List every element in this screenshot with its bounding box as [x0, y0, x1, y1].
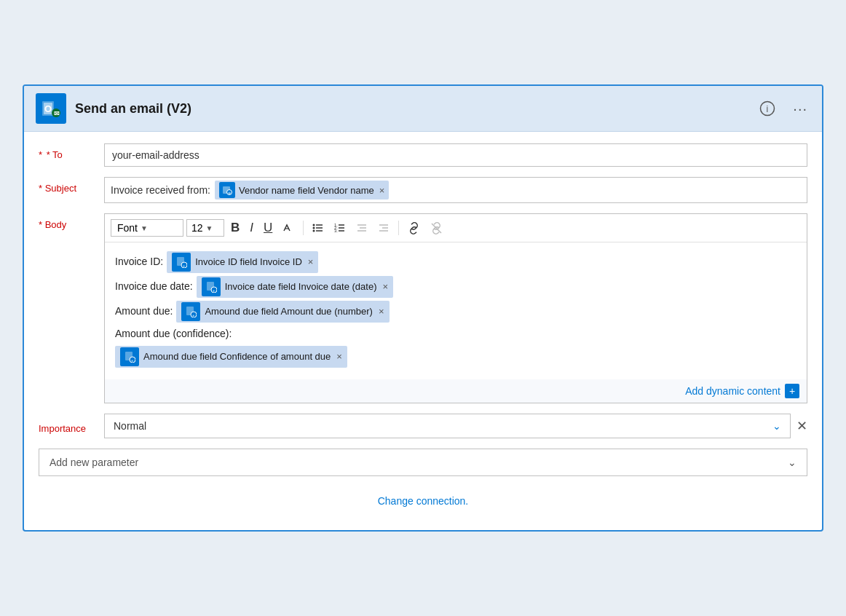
add-dynamic-label: Add dynamic content	[685, 385, 780, 397]
editor-content[interactable]: Invoice ID: + Invoice ID field Invo	[105, 242, 807, 379]
footer: Change connection.	[39, 486, 807, 518]
size-dropdown-arrow: ▼	[206, 224, 213, 232]
font-select[interactable]: Font ▼	[111, 219, 183, 237]
svg-point-11	[313, 224, 315, 226]
subject-tag-close[interactable]: ×	[379, 185, 385, 196]
header-right: i ···	[756, 98, 810, 120]
importance-label: Importance	[39, 417, 104, 434]
svg-text:+: +	[183, 264, 186, 268]
body-line-invoice-date: Invoice due date: + Invoice date fi	[115, 276, 796, 298]
toolbar-divider-2	[398, 221, 399, 235]
invoice-date-tag: + Invoice date field Invoice date (date)…	[197, 276, 393, 298]
amount-due-tag: + Amound due field Amount due (number) ×	[176, 301, 389, 323]
importance-clear-button[interactable]: ✕	[796, 418, 807, 434]
amount-confidence-tag-text: Amound due field Confidence of amount du…	[143, 349, 331, 365]
svg-text:i: i	[767, 104, 769, 114]
subject-tag-text: Vendor name field Vendor name	[239, 185, 374, 196]
svg-text:+: +	[131, 358, 134, 362]
insert-link-button[interactable]	[404, 220, 424, 237]
to-field-wrap	[104, 143, 807, 167]
email-action-card: O ✉ Send an email (V2) i ··· *	[23, 84, 823, 532]
to-label: * * To	[39, 143, 104, 160]
indent-decrease-button[interactable]	[352, 220, 371, 236]
body-line-amount-due: Amount due: + Amound due field Amou	[115, 301, 796, 323]
add-dynamic-row: Add dynamic content +	[105, 379, 807, 403]
subject-field-wrap: Invoice received from: ⊕ Vendor name fie…	[104, 177, 807, 203]
body-label: * Body	[39, 213, 104, 230]
editor-toolbar: Font ▼ 12 ▼ B I U	[105, 214, 807, 242]
form-body: * * To * Subject Invoice received from:	[24, 132, 822, 530]
body-line-amount-confidence: Amount due (confidence):	[115, 325, 796, 343]
invoice-id-tag-text: Invoice ID field Invoice ID	[195, 254, 302, 270]
change-connection-button[interactable]: Change connection.	[378, 495, 469, 507]
importance-field-wrap: Normal ⌄ ✕	[104, 414, 807, 438]
invoice-id-tag-close[interactable]: ×	[308, 254, 314, 270]
body-line-2-prefix: Invoice due date:	[115, 278, 193, 296]
add-parameter-row[interactable]: Add new parameter ⌄	[39, 449, 807, 476]
highlight-button[interactable]	[279, 220, 298, 236]
body-line-amount-confidence-tag-row: + Amound due field Confidence of amount …	[115, 346, 796, 368]
body-line-4-prefix: Amount due (confidence):	[115, 325, 232, 343]
svg-text:O: O	[44, 103, 52, 114]
invoice-id-tag-icon: +	[172, 253, 191, 272]
italic-button[interactable]: I	[246, 218, 257, 237]
invoice-date-tag-icon: +	[202, 277, 221, 296]
svg-text:+: +	[213, 288, 216, 293]
toolbar-divider-1	[303, 221, 304, 235]
subject-row: * Subject Invoice received from: ⊕ Ven	[39, 177, 807, 203]
svg-point-15	[313, 230, 315, 232]
importance-row: Importance Normal ⌄ ✕	[39, 414, 807, 438]
to-row: * * To	[39, 143, 807, 167]
font-size-value: 12	[191, 222, 203, 234]
card-header: O ✉ Send an email (V2) i ···	[24, 86, 822, 132]
add-dynamic-plus-icon: +	[785, 384, 799, 398]
amount-due-tag-close[interactable]: ×	[379, 304, 384, 320]
add-parameter-chevron-icon: ⌄	[788, 457, 796, 468]
invoice-date-tag-close[interactable]: ×	[383, 279, 389, 295]
amount-confidence-tag: + Amound due field Confidence of amount …	[115, 346, 347, 368]
subject-tag-icon: ⊕	[219, 182, 235, 198]
unordered-list-button[interactable]	[309, 220, 328, 236]
amount-confidence-tag-close[interactable]: ×	[336, 349, 342, 365]
font-dropdown-arrow: ▼	[141, 224, 148, 232]
info-button[interactable]: i	[756, 98, 778, 119]
to-input[interactable]	[104, 143, 807, 167]
more-options-button[interactable]: ···	[790, 98, 810, 120]
header-left: O ✉ Send an email (V2)	[36, 93, 191, 124]
subject-field[interactable]: Invoice received from: ⊕ Vendor name fie…	[104, 177, 807, 203]
body-line-invoice-id: Invoice ID: + Invoice ID field Invo	[115, 251, 796, 273]
subject-prefix: Invoice received from:	[111, 184, 210, 196]
remove-link-button[interactable]	[427, 220, 446, 237]
invoice-id-tag: + Invoice ID field Invoice ID ×	[167, 251, 318, 273]
underline-button[interactable]: U	[260, 218, 276, 237]
amount-confidence-tag-icon: +	[120, 347, 139, 366]
svg-text:⊕: ⊕	[228, 191, 231, 195]
body-line-1-prefix: Invoice ID:	[115, 253, 163, 271]
amount-due-tag-text: Amound due field Amount due (number)	[205, 304, 373, 320]
bold-button[interactable]: B	[227, 218, 243, 237]
svg-text:3.: 3.	[334, 229, 338, 233]
add-parameter-label: Add new parameter	[50, 457, 138, 468]
importance-dropdown-arrow: ⌄	[772, 420, 781, 432]
invoice-date-tag-text: Invoice date field Invoice date (date)	[225, 279, 377, 295]
svg-point-13	[313, 227, 315, 229]
outlook-icon: O ✉	[36, 93, 66, 124]
svg-text:+: +	[192, 313, 195, 317]
subject-label: * Subject	[39, 177, 104, 194]
amount-due-tag-icon: +	[181, 302, 200, 321]
body-editor: Font ▼ 12 ▼ B I U	[104, 213, 807, 403]
ordered-list-button[interactable]: 1. 2. 3.	[331, 220, 349, 236]
indent-increase-button[interactable]	[374, 220, 393, 236]
add-dynamic-content-button[interactable]: Add dynamic content +	[685, 384, 799, 398]
card-title: Send an email (V2)	[75, 101, 191, 117]
svg-text:✉: ✉	[54, 110, 60, 117]
importance-select[interactable]: Normal ⌄	[104, 414, 791, 438]
size-select[interactable]: 12 ▼	[186, 219, 224, 237]
subject-dynamic-tag: ⊕ Vendor name field Vendor name ×	[215, 181, 389, 200]
body-line-3-prefix: Amount due:	[115, 303, 173, 320]
body-field-wrap: Font ▼ 12 ▼ B I U	[104, 213, 807, 403]
importance-value: Normal	[114, 420, 146, 432]
body-row: * Body Font ▼ 12 ▼ B I	[39, 213, 807, 403]
font-label: Font	[117, 222, 138, 234]
